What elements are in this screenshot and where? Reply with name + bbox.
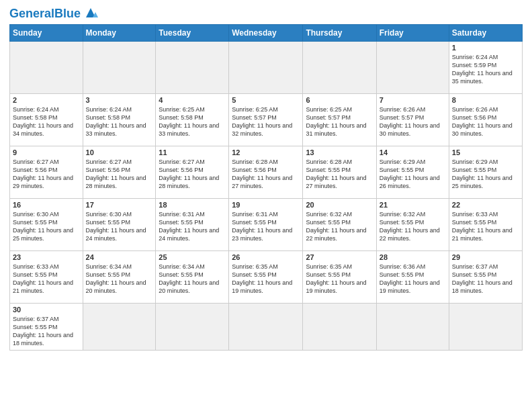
day-cell: [156, 304, 229, 351]
day-number: 2: [13, 96, 80, 104]
day-cell: 26Sunrise: 6:35 AM Sunset: 5:55 PM Dayli…: [229, 251, 303, 304]
day-cell: [376, 42, 449, 94]
day-cell: 18Sunrise: 6:31 AM Sunset: 5:55 PM Dayli…: [156, 199, 229, 251]
day-info: Sunrise: 6:35 AM Sunset: 5:55 PM Dayligh…: [232, 263, 300, 295]
day-number: 6: [306, 96, 373, 104]
day-number: 5: [232, 96, 300, 104]
day-cell: 12Sunrise: 6:28 AM Sunset: 5:56 PM Dayli…: [229, 146, 303, 199]
day-number: 15: [452, 148, 519, 156]
day-number: 12: [232, 148, 300, 156]
day-number: 21: [380, 201, 446, 209]
logo-blue: Blue: [54, 7, 81, 20]
day-number: 22: [452, 201, 519, 209]
day-cell: 6Sunrise: 6:25 AM Sunset: 5:57 PM Daylig…: [303, 94, 376, 146]
day-cell: 8Sunrise: 6:26 AM Sunset: 5:56 PM Daylig…: [449, 94, 522, 146]
day-info: Sunrise: 6:36 AM Sunset: 5:55 PM Dayligh…: [380, 263, 446, 295]
day-info: Sunrise: 6:27 AM Sunset: 5:56 PM Dayligh…: [13, 158, 80, 191]
day-cell: [303, 304, 376, 351]
week-row-3: 9Sunrise: 6:27 AM Sunset: 5:56 PM Daylig…: [10, 146, 523, 199]
day-number: 14: [380, 148, 446, 156]
weekday-header-friday: Friday: [376, 25, 449, 42]
weekday-header-sunday: Sunday: [10, 25, 83, 42]
day-info: Sunrise: 6:30 AM Sunset: 5:55 PM Dayligh…: [86, 210, 153, 243]
day-number: 24: [86, 253, 153, 261]
day-info: Sunrise: 6:32 AM Sunset: 5:55 PM Dayligh…: [380, 210, 446, 243]
weekday-header-saturday: Saturday: [449, 25, 522, 42]
day-info: Sunrise: 6:25 AM Sunset: 5:58 PM Dayligh…: [159, 105, 226, 138]
day-cell: [229, 42, 303, 94]
day-cell: [449, 304, 522, 351]
day-cell: 11Sunrise: 6:27 AM Sunset: 5:56 PM Dayli…: [156, 146, 229, 199]
day-info: Sunrise: 6:28 AM Sunset: 5:55 PM Dayligh…: [306, 158, 373, 191]
day-cell: 24Sunrise: 6:34 AM Sunset: 5:55 PM Dayli…: [83, 251, 156, 304]
day-cell: 22Sunrise: 6:33 AM Sunset: 5:55 PM Dayli…: [449, 199, 522, 251]
day-info: Sunrise: 6:29 AM Sunset: 5:55 PM Dayligh…: [452, 158, 519, 191]
day-cell: 16Sunrise: 6:30 AM Sunset: 5:55 PM Dayli…: [10, 199, 83, 251]
day-cell: 2Sunrise: 6:24 AM Sunset: 5:58 PM Daylig…: [10, 94, 83, 146]
weekday-header-thursday: Thursday: [303, 25, 376, 42]
week-row-1: 1Sunrise: 6:24 AM Sunset: 5:59 PM Daylig…: [10, 42, 523, 94]
day-info: Sunrise: 6:24 AM Sunset: 5:58 PM Dayligh…: [86, 105, 153, 138]
day-info: Sunrise: 6:25 AM Sunset: 5:57 PM Dayligh…: [232, 105, 300, 138]
day-number: 3: [86, 96, 153, 104]
day-number: 29: [452, 253, 519, 261]
day-info: Sunrise: 6:31 AM Sunset: 5:55 PM Dayligh…: [232, 210, 300, 243]
day-number: 13: [306, 148, 373, 156]
day-number: 25: [159, 253, 226, 261]
day-cell: 19Sunrise: 6:31 AM Sunset: 5:55 PM Dayli…: [229, 199, 303, 251]
day-number: 23: [13, 253, 80, 261]
day-cell: [83, 304, 156, 351]
day-number: 27: [306, 253, 373, 261]
day-info: Sunrise: 6:26 AM Sunset: 5:56 PM Dayligh…: [452, 105, 519, 138]
week-row-4: 16Sunrise: 6:30 AM Sunset: 5:55 PM Dayli…: [10, 199, 523, 251]
day-info: Sunrise: 6:34 AM Sunset: 5:55 PM Dayligh…: [86, 263, 153, 295]
day-cell: 29Sunrise: 6:37 AM Sunset: 5:55 PM Dayli…: [449, 251, 522, 304]
weekday-header-row: SundayMondayTuesdayWednesdayThursdayFrid…: [10, 25, 523, 42]
day-cell: 3Sunrise: 6:24 AM Sunset: 5:58 PM Daylig…: [83, 94, 156, 146]
day-info: Sunrise: 6:33 AM Sunset: 5:55 PM Dayligh…: [452, 210, 519, 243]
day-number: 7: [380, 96, 446, 104]
week-row-6: 30Sunrise: 6:37 AM Sunset: 5:55 PM Dayli…: [10, 304, 523, 351]
weekday-header-monday: Monday: [83, 25, 156, 42]
day-cell: 9Sunrise: 6:27 AM Sunset: 5:56 PM Daylig…: [10, 146, 83, 199]
day-info: Sunrise: 6:31 AM Sunset: 5:55 PM Dayligh…: [159, 210, 226, 243]
day-number: 17: [86, 201, 153, 209]
day-cell: [10, 42, 83, 94]
day-cell: 1Sunrise: 6:24 AM Sunset: 5:59 PM Daylig…: [449, 42, 522, 94]
day-info: Sunrise: 6:32 AM Sunset: 5:55 PM Dayligh…: [306, 210, 373, 243]
day-number: 9: [13, 148, 80, 156]
day-info: Sunrise: 6:26 AM Sunset: 5:57 PM Dayligh…: [380, 105, 446, 138]
day-info: Sunrise: 6:34 AM Sunset: 5:55 PM Dayligh…: [159, 263, 226, 295]
day-cell: [376, 304, 449, 351]
day-cell: 28Sunrise: 6:36 AM Sunset: 5:55 PM Dayli…: [376, 251, 449, 304]
logo-icon: [83, 5, 98, 20]
day-number: 8: [452, 96, 519, 104]
day-info: Sunrise: 6:24 AM Sunset: 5:58 PM Dayligh…: [13, 105, 80, 138]
logo-text: GeneralBlue: [9, 7, 81, 19]
day-cell: 13Sunrise: 6:28 AM Sunset: 5:55 PM Dayli…: [303, 146, 376, 199]
day-number: 19: [232, 201, 300, 209]
logo: GeneralBlue: [9, 7, 98, 20]
calendar: SundayMondayTuesdayWednesdayThursdayFrid…: [9, 24, 523, 351]
day-cell: [229, 304, 303, 351]
day-cell: 15Sunrise: 6:29 AM Sunset: 5:55 PM Dayli…: [449, 146, 522, 199]
day-cell: 14Sunrise: 6:29 AM Sunset: 5:55 PM Dayli…: [376, 146, 449, 199]
day-number: 30: [13, 306, 80, 314]
logo-general: General: [9, 7, 54, 20]
day-cell: 25Sunrise: 6:34 AM Sunset: 5:55 PM Dayli…: [156, 251, 229, 304]
day-cell: 10Sunrise: 6:27 AM Sunset: 5:56 PM Dayli…: [83, 146, 156, 199]
day-number: 1: [452, 44, 519, 52]
day-info: Sunrise: 6:25 AM Sunset: 5:57 PM Dayligh…: [306, 105, 373, 138]
day-info: Sunrise: 6:33 AM Sunset: 5:55 PM Dayligh…: [13, 263, 80, 295]
header: GeneralBlue: [9, 7, 523, 20]
day-info: Sunrise: 6:30 AM Sunset: 5:55 PM Dayligh…: [13, 210, 80, 243]
day-cell: 7Sunrise: 6:26 AM Sunset: 5:57 PM Daylig…: [376, 94, 449, 146]
day-cell: [83, 42, 156, 94]
day-info: Sunrise: 6:27 AM Sunset: 5:56 PM Dayligh…: [159, 158, 226, 191]
day-number: 16: [13, 201, 80, 209]
week-row-5: 23Sunrise: 6:33 AM Sunset: 5:55 PM Dayli…: [10, 251, 523, 304]
day-cell: 30Sunrise: 6:37 AM Sunset: 5:55 PM Dayli…: [10, 304, 83, 351]
day-cell: 23Sunrise: 6:33 AM Sunset: 5:55 PM Dayli…: [10, 251, 83, 304]
day-info: Sunrise: 6:35 AM Sunset: 5:55 PM Dayligh…: [306, 263, 373, 295]
day-number: 10: [86, 148, 153, 156]
